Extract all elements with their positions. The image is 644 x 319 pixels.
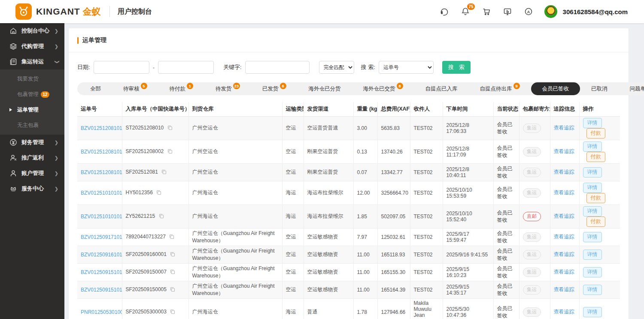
view-tracking-link[interactable]: 查看追踪 [554,148,574,154]
copy-icon[interactable] [167,149,173,155]
waybill-link[interactable]: BZV01251208101150 [81,125,122,131]
pay-button[interactable]: 付款 [586,217,605,227]
sidebar-item[interactable]: 集运转运❮ [0,54,64,69]
detail-button[interactable]: 详情 [583,206,602,217]
search-button[interactable]: 搜 索 [442,61,471,74]
detail-button[interactable]: 详情 [583,141,602,152]
waybill-card: 运单管理 日期: - 关键字: 完全匹配 搜 索: 运单号 搜 索 全部待审核5… [69,28,629,319]
table-row: BZV01251208101150ST20251208010 广州空运仓空运空运… [77,116,620,140]
waybill-link[interactable]: BZV01250915101089 [81,287,122,293]
tab-label: 待审核 [123,85,140,93]
detail-button[interactable]: 详情 [583,118,602,128]
monitor-icon[interactable] [502,6,513,17]
date-start-input[interactable] [94,61,149,74]
status-tab[interactable]: 会员已签收 [531,82,580,95]
status-tab[interactable]: 全部 [79,82,112,95]
user-avatar[interactable] [544,5,557,18]
detail-button[interactable]: 详情 [583,267,602,277]
column-header: 收件人 [410,102,443,116]
detail-button[interactable]: 详情 [583,250,602,260]
sidebar-item[interactable]: 代购管理❯ [0,39,64,54]
finance-icon [9,138,17,146]
status-tab[interactable]: 待付款1 [158,82,205,95]
time-cell: 2025/12/8 10:40:11 [443,163,493,181]
match-select[interactable]: 完全匹配 [319,61,354,74]
view-tracking-link[interactable]: 查看追踪 [554,125,574,131]
waybill-link[interactable]: BZV01251208101140 [81,169,122,175]
copy-icon[interactable] [170,287,175,293]
copy-icon[interactable] [170,309,175,316]
status-tab[interactable]: 问题单1 [619,82,644,95]
chevron-right-icon: ❯ [55,44,58,49]
user-email[interactable]: 3061628584@qq.com [563,8,628,15]
view-tracking-link[interactable]: 查看追踪 [554,169,574,175]
waybill-link[interactable]: BZV01251010101116 [81,214,122,220]
pay-button[interactable]: 付款 [586,152,605,162]
status-tab[interactable]: 海外仓已交货8 [352,82,414,95]
search-type-select[interactable]: 运单号 [379,61,434,74]
waybill-link[interactable]: BZV01250916101092 [81,252,122,258]
view-tracking-link[interactable]: 查看追踪 [554,234,574,240]
sidebar-subitem[interactable]: 无主包裹 [0,117,64,133]
waybill-link[interactable]: BZV01251010101117 [81,190,122,196]
keyword-label: 关键字: [223,63,242,71]
circled-a-icon[interactable]: A [523,6,534,17]
sidebar-item[interactable]: 账户管理❯ [0,166,64,181]
detail-button[interactable]: 详情 [583,183,602,193]
copy-icon[interactable] [167,125,173,132]
status-tab[interactable]: 已发货6 [251,82,298,95]
sidebar-subitem[interactable]: 包裹管理12 [0,87,64,102]
view-tracking-link[interactable]: 查看追踪 [554,190,574,196]
view-tracking-link[interactable]: 查看追踪 [554,309,574,315]
status-cell: 会员已签收 [493,140,519,163]
pay-button[interactable]: 付款 [586,193,605,203]
copy-icon[interactable] [170,252,175,258]
status-tab[interactable]: 待审核5 [112,82,158,95]
sidebar-subitem-label: 我要发货 [17,75,39,83]
sidebar-item[interactable]: 推广返利❯ [0,150,64,166]
brand-logo-icon[interactable] [15,3,32,20]
detail-button[interactable]: 详情 [583,307,602,317]
copy-icon[interactable] [169,234,174,241]
chevron-right-icon: ❯ [55,28,58,34]
notification-badge: 75 [467,3,474,10]
status-tab[interactable]: 自提点已入库 [414,82,469,95]
status-tab[interactable]: 海外仓已分货 [298,82,352,95]
copy-icon[interactable] [156,190,161,196]
pay-button[interactable]: 付款 [586,128,605,138]
detail-button[interactable]: 详情 [583,285,602,295]
view-tracking-link[interactable]: 查看追踪 [554,269,574,275]
warehouse-cell: 广州空运仓（Guangzhou Air Freight Warehouse） [188,228,282,246]
copy-icon[interactable] [159,214,164,220]
status-cell: 会员已签收 [493,263,519,281]
sidebar-subitem[interactable]: 我要发货 [0,71,64,87]
headset-icon[interactable] [439,6,450,17]
copy-icon[interactable] [161,169,167,176]
detail-button[interactable]: 详情 [583,167,602,178]
sidebar-item[interactable]: 控制台中心❯ [0,23,64,39]
sidebar-item[interactable]: 财务管理❯ [0,135,64,150]
view-tracking-link[interactable]: 查看追踪 [554,286,574,292]
waybill-link[interactable]: BZV01250917101095 [81,234,122,240]
keyword-input[interactable] [245,61,310,74]
cart-icon[interactable] [481,6,492,17]
waybill-link[interactable]: PNR01250530100903 [81,309,122,315]
date-separator: - [153,64,155,71]
bell-icon[interactable]: 75 [460,6,471,17]
status-tab[interactable]: 已取消 [580,82,619,95]
date-end-input[interactable] [158,61,214,74]
view-tracking-link[interactable]: 查看追踪 [554,251,574,257]
sidebar-item-label: 账户管理 [21,169,44,177]
view-tracking-link[interactable]: 查看追踪 [554,213,574,219]
waybill-link[interactable]: BZV01250915101090 [81,269,122,275]
channel-cell: 刚果空运普货 [304,140,353,163]
status-tab[interactable]: 自提点待出库9 [469,82,531,95]
sidebar-subitem[interactable]: 运单管理 [0,102,64,117]
copy-icon[interactable] [170,269,175,276]
sidebar-item[interactable]: 服务中心❯ [0,181,64,196]
detail-button[interactable]: 详情 [583,232,602,242]
waybill-link[interactable]: BZV01251208101141 [81,149,122,155]
tab-count-badge: 8 [397,83,403,89]
inbound-cell: SF20251208002 [122,140,188,163]
status-tab[interactable]: 待发货23 [204,82,251,95]
